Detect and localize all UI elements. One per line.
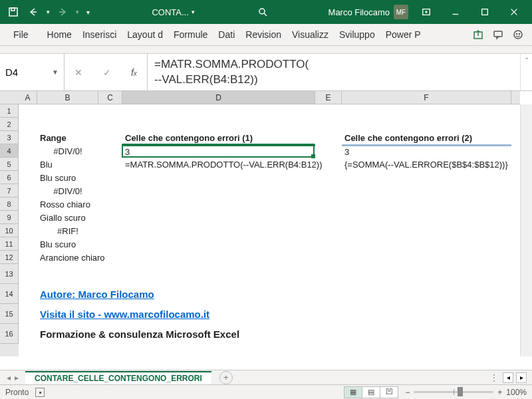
cell-F13[interactable] bbox=[342, 264, 511, 284]
cell-B4[interactable]: #DIV/0! bbox=[37, 144, 98, 158]
cell-D6[interactable] bbox=[122, 171, 315, 184]
cell-F4[interactable]: 3 bbox=[342, 144, 511, 158]
cell-A11[interactable] bbox=[19, 237, 37, 251]
cell-C14[interactable] bbox=[98, 284, 122, 304]
macro-record-icon[interactable]: ▪ bbox=[35, 388, 45, 397]
view-normal-icon[interactable]: ▦ bbox=[344, 386, 362, 398]
tab-insert[interactable]: Inserisci bbox=[77, 25, 122, 44]
cell-B10[interactable]: #RIF! bbox=[37, 224, 98, 237]
col-header-A[interactable]: A bbox=[19, 91, 37, 104]
cell-B3[interactable]: Range bbox=[37, 131, 98, 144]
cell-B16[interactable]: Formazione & consulenza Microsoft Excel bbox=[37, 324, 98, 344]
cell-F1[interactable] bbox=[342, 104, 511, 118]
row-header-5[interactable]: 5 bbox=[0, 158, 19, 171]
cell-B14[interactable]: Autore: Marco Filocamo bbox=[37, 284, 98, 304]
cell-D11[interactable] bbox=[122, 237, 315, 251]
cell-D8[interactable] bbox=[122, 198, 315, 211]
cell-A12[interactable] bbox=[19, 251, 37, 264]
cell-E10[interactable] bbox=[315, 224, 342, 237]
cell-C6[interactable] bbox=[98, 171, 122, 184]
col-header-D[interactable]: D bbox=[122, 91, 315, 104]
row-header-9[interactable]: 9 bbox=[0, 211, 19, 224]
cell-A14[interactable] bbox=[19, 284, 37, 304]
cell-D5[interactable]: =MATR.SOMMA.PRODOTTO(--VAL.ERR(B4:B12)) bbox=[122, 158, 315, 171]
cell-D9[interactable] bbox=[122, 211, 315, 224]
undo-icon[interactable] bbox=[24, 3, 43, 21]
row-header-10[interactable]: 10 bbox=[0, 224, 19, 237]
cell-D7[interactable] bbox=[122, 184, 315, 198]
minimize-icon[interactable] bbox=[442, 3, 469, 21]
cell-B12[interactable]: Arancione chiaro bbox=[37, 251, 98, 264]
cell-D10[interactable] bbox=[122, 224, 315, 237]
maximize-icon[interactable] bbox=[471, 3, 499, 21]
cell-F2[interactable] bbox=[342, 118, 511, 131]
cell-C1[interactable] bbox=[98, 104, 122, 118]
cell-C9[interactable] bbox=[98, 211, 122, 224]
search-icon[interactable] bbox=[253, 3, 272, 21]
cell-C3[interactable] bbox=[98, 131, 122, 144]
tab-home[interactable]: Home bbox=[42, 25, 77, 44]
row-header-13[interactable]: 13 bbox=[0, 264, 19, 284]
cell-B7[interactable]: #DIV/0! bbox=[37, 184, 98, 198]
cell-B13[interactable] bbox=[37, 264, 98, 284]
zoom-value[interactable]: 100% bbox=[506, 388, 527, 397]
cell-E15[interactable] bbox=[315, 304, 342, 324]
cell-D4[interactable]: 3 bbox=[122, 144, 315, 158]
cell-E1[interactable] bbox=[315, 104, 342, 118]
sheet-options[interactable]: ⋮ bbox=[486, 373, 503, 382]
col-header-B[interactable]: B bbox=[37, 91, 98, 104]
qat-more-icon[interactable]: ▾ bbox=[82, 3, 93, 21]
cell-D2[interactable] bbox=[122, 118, 315, 131]
cell-A6[interactable] bbox=[19, 171, 37, 184]
cell-B2[interactable] bbox=[37, 118, 98, 131]
cell-B11[interactable]: Blu scuro bbox=[37, 237, 98, 251]
cell-F10[interactable] bbox=[342, 224, 511, 237]
cell-A9[interactable] bbox=[19, 211, 37, 224]
row-header-1[interactable]: 1 bbox=[0, 104, 19, 118]
hscroll-left[interactable]: ◂ bbox=[503, 372, 513, 383]
cell-E4[interactable] bbox=[315, 144, 342, 158]
row-header-4[interactable]: 4 bbox=[0, 144, 19, 158]
expand-formula-icon[interactable]: ⌃ bbox=[520, 54, 532, 90]
cell-E7[interactable] bbox=[315, 184, 342, 198]
cell-A5[interactable] bbox=[19, 158, 37, 171]
tab-data[interactable]: Dati bbox=[213, 25, 240, 44]
tab-developer[interactable]: Sviluppo bbox=[334, 25, 380, 44]
row-header-7[interactable]: 7 bbox=[0, 184, 19, 198]
cell-E14[interactable] bbox=[315, 284, 342, 304]
cell-E12[interactable] bbox=[315, 251, 342, 264]
redo-icon[interactable] bbox=[53, 3, 72, 21]
cell-E16[interactable] bbox=[315, 324, 342, 344]
row-header-2[interactable]: 2 bbox=[0, 118, 19, 131]
cell-F6[interactable] bbox=[342, 171, 511, 184]
row-header-15[interactable]: 15 bbox=[0, 304, 19, 324]
cell-A2[interactable] bbox=[19, 118, 37, 131]
cell-F14[interactable] bbox=[342, 284, 511, 304]
tab-powerpivot[interactable]: Power P bbox=[380, 25, 426, 44]
formula-input[interactable]: =MATR.SOMMA.PRODOTTO( --VAL.ERR(B4:B12)) bbox=[148, 54, 520, 90]
cell-E2[interactable] bbox=[315, 118, 342, 131]
document-title[interactable]: CONTA... ▾ bbox=[146, 7, 200, 17]
cell-C4[interactable] bbox=[98, 144, 122, 158]
cell-B1[interactable] bbox=[37, 104, 98, 118]
zoom-slider[interactable] bbox=[414, 391, 493, 393]
user-account[interactable]: Marco Filocamo MF bbox=[326, 5, 411, 19]
sheet-nav-prev[interactable]: ◂ bbox=[7, 373, 11, 382]
fx-icon[interactable]: fx bbox=[131, 67, 137, 78]
cell-C2[interactable] bbox=[98, 118, 122, 131]
zoom-in-button[interactable]: + bbox=[497, 388, 502, 397]
row-header-8[interactable]: 8 bbox=[0, 198, 19, 211]
cell-F8[interactable] bbox=[342, 198, 511, 211]
ribbon-display-icon[interactable] bbox=[412, 3, 440, 21]
cell-C5[interactable] bbox=[98, 158, 122, 171]
confirm-formula-icon[interactable]: ✓ bbox=[103, 67, 111, 78]
sheet-tab[interactable]: CONTARE_CELLE_CONTENGONO_ERRORI bbox=[25, 371, 211, 384]
cell-F15[interactable] bbox=[342, 304, 511, 324]
cell-F12[interactable] bbox=[342, 251, 511, 264]
row-header-11[interactable]: 11 bbox=[0, 237, 19, 251]
cell-E5[interactable] bbox=[315, 158, 342, 171]
cancel-formula-icon[interactable]: ✕ bbox=[74, 67, 82, 78]
cell-B15[interactable]: Visita il sito - www.marcofilocamo.it bbox=[37, 304, 98, 324]
cell-C11[interactable] bbox=[98, 237, 122, 251]
cell-B5[interactable]: Blu bbox=[37, 158, 98, 171]
